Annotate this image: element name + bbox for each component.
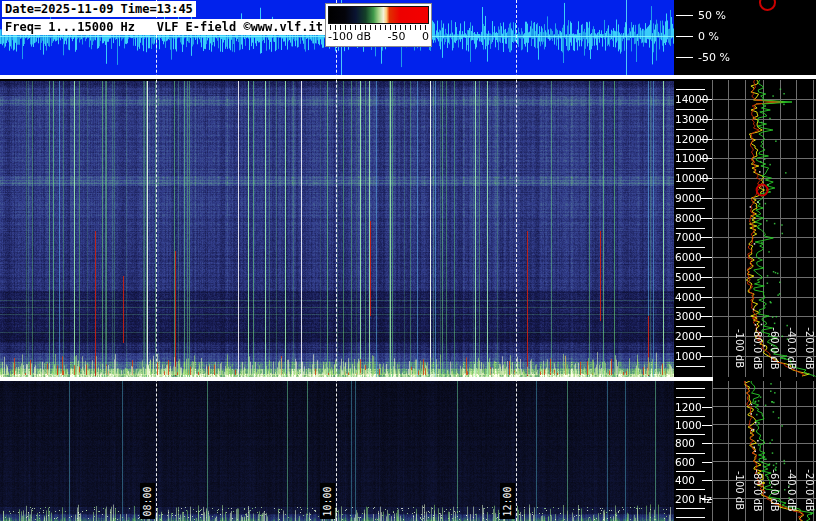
separator-middle (0, 377, 713, 381)
lower-freq-tick-minor (676, 471, 705, 472)
time-marker-line (156, 0, 157, 521)
upper-freq-tick-minor (676, 267, 705, 268)
lower-freq-label: 400 (675, 474, 702, 486)
low-band-spectrogram-canvas[interactable] (0, 381, 674, 521)
time-axis-label-text: 08:00 (142, 486, 153, 516)
upper-freq-tick-minor (676, 208, 705, 209)
upper-freq-tick-minor (676, 346, 705, 347)
colorbar-max-label: 0 (422, 30, 429, 43)
time-axis-label: 08:00 (140, 483, 155, 519)
db-label-upper-text: -80.0 dB (752, 327, 763, 369)
db-label-lower: -60.0 dB (768, 461, 780, 519)
amplitude-tick (676, 15, 693, 16)
upper-freq-label: 2000 (675, 330, 702, 342)
upper-freq-tick-minor (676, 109, 705, 110)
date-time-label: Date=2025-11-09 Time=13:45 (2, 1, 196, 17)
upper-freq-tick-major (700, 158, 712, 159)
separator-top (0, 75, 816, 79)
lower-freq-label: 800 (675, 437, 702, 449)
upper-freq-tick-major (700, 316, 712, 317)
db-label-upper-text: -20.0 dB (803, 327, 814, 369)
upper-freq-label: 5000 (675, 271, 702, 283)
time-marker-line (516, 0, 517, 521)
upper-freq-tick-major (700, 119, 712, 120)
lower-freq-tick-major (702, 425, 712, 426)
upper-freq-tick-major (700, 336, 712, 337)
time-marker-line (336, 0, 337, 521)
lower-freq-label: 200 Hz (675, 493, 702, 505)
db-label-upper: -40.0 dB (785, 319, 797, 377)
db-label-upper-text: -100 dB (735, 328, 746, 367)
upper-freq-tick-major (700, 257, 712, 258)
upper-freq-label: 11000 (675, 152, 702, 164)
db-label-lower: -100 dB (734, 461, 746, 519)
amplitude-scale-label: 50 % (698, 9, 726, 22)
colorbar-gradient (328, 6, 429, 24)
db-label-lower: -20.0 dB (803, 461, 815, 519)
upper-freq-tick-major (700, 99, 712, 100)
spectrum-plot-lower-canvas (712, 381, 816, 521)
lower-freq-tick-minor (676, 388, 705, 389)
time-axis-label-text: 12:00 (502, 486, 513, 516)
lower-freq-tick-major (702, 407, 712, 408)
db-label-lower-text: -60.0 dB (769, 469, 780, 511)
cursor-circle-marker (759, 0, 776, 11)
db-label-lower: -80.0 dB (751, 461, 763, 519)
db-label-upper: -60.0 dB (768, 319, 780, 377)
db-label-lower-text: -20.0 dB (803, 469, 814, 511)
db-label-upper: -80.0 dB (751, 319, 763, 377)
db-label-lower-text: -80.0 dB (752, 469, 763, 511)
upper-freq-label: 10000 (675, 172, 702, 184)
db-label-upper: -100 dB (734, 319, 746, 377)
lower-freq-tick-minor (676, 453, 705, 454)
lower-freq-tick-minor (676, 489, 705, 490)
lower-freq-label: 1200 (675, 401, 702, 413)
time-axis-label: 10:00 (320, 483, 335, 519)
time-axis-label: 12:00 (500, 483, 515, 519)
spectrum-plot-upper-canvas (712, 80, 816, 377)
upper-freq-tick-major (700, 237, 712, 238)
upper-freq-tick-minor (676, 168, 705, 169)
upper-freq-tick-minor (676, 247, 705, 248)
amplitude-scale-label: 0 % (698, 30, 719, 43)
upper-freq-tick-major (700, 139, 712, 140)
lower-freq-tick-minor (676, 416, 705, 417)
upper-freq-label: 9000 (675, 192, 702, 204)
db-label-upper-text: -40.0 dB (786, 327, 797, 369)
upper-freq-tick-major (700, 356, 712, 357)
freq-range-label: Freq= 1...15000 Hz VLF E-field ©www.vlf.… (2, 19, 326, 35)
main-spectrogram-canvas[interactable] (0, 81, 674, 377)
upper-freq-tick-minor (676, 326, 705, 327)
db-label-upper-text: -60.0 dB (769, 327, 780, 369)
upper-freq-label: 4000 (675, 291, 702, 303)
upper-freq-tick-minor (676, 149, 705, 150)
colorbar-min-label: -100 dB (328, 30, 371, 43)
upper-freq-label: 1000 (675, 350, 702, 362)
upper-freq-label: 12000 (675, 133, 702, 145)
upper-freq-label: 7000 (675, 231, 702, 243)
lower-freq-tick-major (702, 480, 712, 481)
upper-freq-label: 3000 (675, 310, 702, 322)
vlf-monitor-window: Date=2025-11-09 Time=13:45 Freq= 1...150… (0, 0, 816, 521)
upper-freq-label: 6000 (675, 251, 702, 263)
upper-freq-tick-minor (676, 307, 705, 308)
lower-freq-tick-major (702, 499, 712, 500)
lower-freq-tick-major (702, 443, 712, 444)
lower-freq-tick-minor (676, 397, 705, 398)
upper-freq-tick-major (700, 277, 712, 278)
upper-freq-label: 8000 (675, 212, 702, 224)
upper-freq-label: 13000 (675, 113, 702, 125)
lower-freq-tick-minor (676, 517, 705, 518)
upper-freq-tick-minor (676, 366, 705, 367)
lower-freq-tick-minor (676, 434, 705, 435)
upper-freq-tick-minor (676, 89, 705, 90)
upper-freq-tick-major (700, 218, 712, 219)
upper-freq-tick-major (700, 297, 712, 298)
upper-freq-label: 14000 (675, 93, 702, 105)
lower-freq-tick-minor (676, 508, 705, 509)
time-axis-label-text: 10:00 (322, 486, 333, 516)
upper-freq-tick-minor (676, 228, 705, 229)
lower-freq-label: 600 (675, 456, 702, 468)
upper-freq-tick-minor (676, 129, 705, 130)
amplitude-scale-label: -50 % (698, 51, 730, 64)
